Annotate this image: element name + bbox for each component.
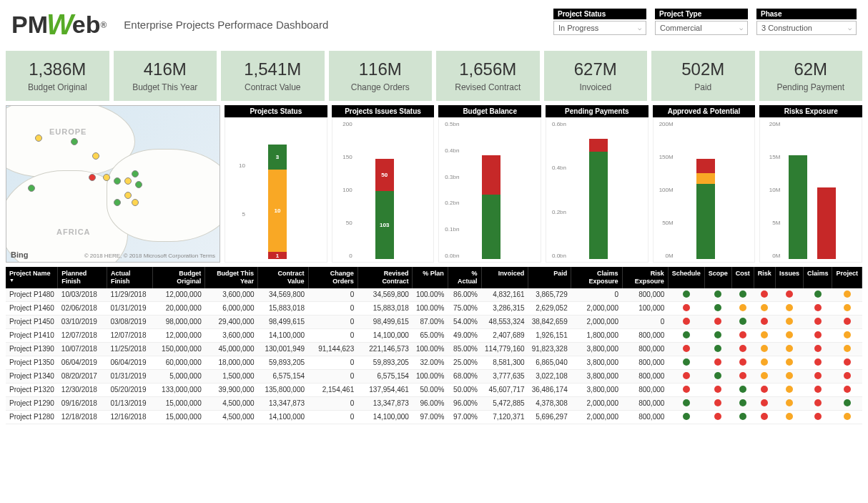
col-header[interactable]: Claims Exposure	[571, 267, 622, 288]
kpi-budget-original: 1,386MBudget Original	[6, 51, 109, 101]
chevron-down-icon: ⌵	[848, 24, 852, 31]
status-dot	[714, 358, 721, 366]
col-header[interactable]: % Actual	[448, 267, 481, 288]
status-dot	[683, 399, 690, 406]
col-header[interactable]: Revised Contract	[357, 267, 413, 288]
kpi-revised-contract: 1,656MRevised Contract	[436, 51, 540, 101]
table-row[interactable]: Project P134008/20/201701/31/20195,000,0…	[6, 369, 862, 383]
filter-select-project-type[interactable]: Commercial⌵	[655, 21, 748, 35]
page-title: Enterprise Projects Performace Dashboard	[124, 19, 328, 31]
map-pin[interactable]	[103, 174, 110, 181]
map-copyright: © 2018 HERE, © 2018 Microsoft Corporatio…	[84, 253, 215, 259]
status-dot	[786, 399, 793, 406]
filter-select-project-status[interactable]: In Progress⌵	[553, 21, 646, 35]
table-row[interactable]: Project P139010/07/201811/25/2018150,000…	[6, 342, 862, 356]
map-pin[interactable]	[28, 185, 35, 192]
col-header[interactable]: Issues	[775, 267, 803, 288]
filter-label: Project Status	[553, 9, 646, 19]
status-dot	[786, 358, 793, 366]
status-dot	[683, 304, 690, 311]
status-dot	[714, 304, 721, 311]
status-dot	[761, 304, 768, 311]
status-dot	[761, 318, 768, 325]
chevron-down-icon: ⌵	[739, 24, 743, 31]
col-header[interactable]: Risk	[754, 267, 775, 288]
status-dot	[844, 290, 851, 298]
table-row[interactable]: Project P128012/18/201812/16/201815,000,…	[6, 410, 862, 424]
status-dot	[739, 345, 746, 352]
status-dot	[844, 304, 851, 311]
status-dot	[714, 399, 721, 406]
col-header[interactable]: Project	[832, 267, 862, 288]
status-dot	[739, 318, 746, 325]
status-dot	[714, 386, 721, 393]
map-pin[interactable]	[71, 138, 78, 145]
status-dot	[683, 318, 690, 325]
status-dot	[761, 331, 768, 338]
status-dot	[739, 386, 746, 393]
status-dot	[814, 290, 822, 298]
col-header[interactable]: Actual Finish	[107, 267, 152, 288]
map-pin[interactable]	[124, 192, 132, 199]
table-row[interactable]: Project P148010/03/201811/29/201812,000,…	[6, 288, 862, 302]
bing-logo: Bing	[11, 250, 28, 259]
col-header[interactable]: Budget This Year	[205, 267, 258, 288]
col-header[interactable]: Schedule	[668, 267, 704, 288]
status-dot	[761, 386, 768, 393]
projects-table[interactable]: Project Name▼Planned FinishActual Finish…	[6, 267, 862, 424]
table-row[interactable]: Project P132012/30/201805/20/2019133,000…	[6, 383, 862, 396]
kpi-budget-this-year: 416MBudget This Year	[114, 51, 217, 101]
map-pin[interactable]	[89, 174, 96, 181]
map-pin[interactable]	[114, 177, 121, 185]
chart-risks-exposure: Risks Exposure20M15M10M5M0M	[759, 105, 862, 263]
status-dot	[814, 318, 822, 325]
status-dot	[786, 413, 793, 420]
table-row[interactable]: Project P145003/10/201903/08/201998,000,…	[6, 315, 862, 328]
col-header[interactable]: Cost	[731, 267, 754, 288]
map-pin[interactable]	[92, 152, 99, 160]
map-pin[interactable]	[132, 199, 139, 206]
col-header[interactable]: Project Name▼	[6, 267, 58, 288]
status-dot	[714, 345, 721, 352]
status-dot	[844, 318, 851, 325]
map[interactable]: EUROPEAFRICA Bing © 2018 HERE, © 2018 Mi…	[6, 105, 220, 263]
table-row[interactable]: Project P146002/06/201801/31/201920,000,…	[6, 301, 862, 315]
status-dot	[844, 372, 851, 379]
map-pin[interactable]	[132, 170, 139, 177]
col-header[interactable]: Invoiced	[481, 267, 528, 288]
status-dot	[844, 413, 851, 420]
logo: PMWeb®	[11, 9, 107, 41]
status-dot	[844, 345, 851, 352]
kpi-paid: 502MPaid	[651, 51, 755, 101]
map-pin[interactable]	[35, 135, 42, 142]
col-header[interactable]: Claims	[803, 267, 832, 288]
status-dot	[761, 399, 768, 406]
table-row[interactable]: Project P129009/16/201801/13/201915,000,…	[6, 396, 862, 410]
table-row[interactable]: Project P135006/04/201906/04/201960,000,…	[6, 356, 862, 369]
col-header[interactable]: Change Orders	[308, 267, 357, 288]
status-dot	[844, 331, 851, 338]
col-header[interactable]: Risk Expsoure	[622, 267, 668, 288]
status-dot	[786, 386, 793, 393]
chart-projects-issues-status: Projects Issues Status20015010050010350	[332, 105, 435, 263]
status-dot	[761, 372, 768, 379]
chart-budget-balance: Budget Balance0.5bn0.4bn0.3bn0.2bn0.1bn0…	[438, 105, 541, 263]
status-dot	[714, 290, 721, 298]
col-header[interactable]: Paid	[528, 267, 571, 288]
col-header[interactable]: Budget Original	[153, 267, 205, 288]
status-dot	[761, 290, 768, 298]
map-pin[interactable]	[124, 177, 132, 185]
filter-label: Project Type	[655, 9, 748, 19]
status-dot	[714, 318, 721, 325]
filter-select-phase[interactable]: 3 Construction⌵	[756, 21, 857, 35]
col-header[interactable]: % Plan	[413, 267, 448, 288]
col-header[interactable]: Scope	[704, 267, 731, 288]
map-pin[interactable]	[135, 181, 142, 188]
col-header[interactable]: Planned Finish	[58, 267, 107, 288]
map-pin[interactable]	[114, 199, 121, 206]
status-dot	[683, 345, 690, 352]
status-dot	[714, 331, 721, 338]
table-row[interactable]: Project P141012/07/201812/07/201812,000,…	[6, 328, 862, 342]
col-header[interactable]: Contract Value	[258, 267, 308, 288]
status-dot	[814, 345, 822, 352]
